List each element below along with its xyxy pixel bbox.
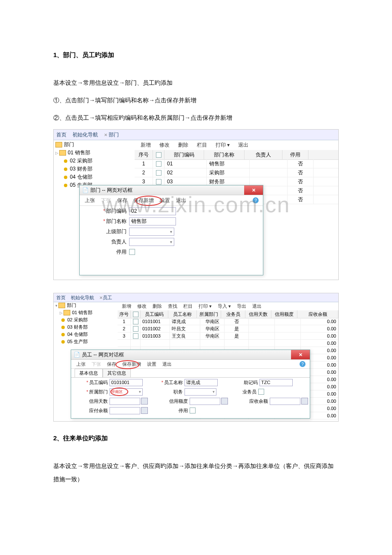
input-credit-days[interactable]: [110, 398, 140, 405]
tab-init-nav[interactable]: 初始化导航: [71, 295, 94, 301]
subtab-basic[interactable]: 基本信息: [75, 369, 103, 377]
tree-node-03[interactable]: 03 财务部: [54, 165, 135, 173]
btn-import[interactable]: 导入 ▾: [218, 303, 231, 309]
btn-columns[interactable]: 栏目: [183, 303, 193, 309]
btn-settings[interactable]: 设置: [147, 361, 156, 367]
checkbox-stop[interactable]: [129, 249, 135, 255]
tree-node-03[interactable]: 03 财务部: [54, 324, 118, 331]
btn-settings[interactable]: 设置: [160, 197, 170, 204]
input-credit-amount[interactable]: [190, 398, 220, 405]
close-icon[interactable]: ✕: [104, 133, 107, 137]
tab-init-nav[interactable]: 初始化导航: [72, 131, 98, 139]
input-emp-name[interactable]: [184, 379, 218, 386]
btn-save[interactable]: 保存: [107, 361, 116, 367]
subtab-other[interactable]: 其它信息: [103, 369, 131, 377]
calc-icon[interactable]: [301, 398, 308, 405]
tree-node-05[interactable]: 05 生产部: [54, 338, 118, 345]
btn-exit[interactable]: 退出: [252, 303, 262, 309]
tree-node-02[interactable]: 02 采购部: [54, 157, 135, 165]
toolbar: 新增 修改 删除 查找 栏目 打印 ▾ 导入 ▾ 导出 退出: [118, 302, 338, 311]
input-dept-name[interactable]: [129, 217, 176, 225]
input-emp-code[interactable]: [110, 379, 143, 386]
btn-exit[interactable]: 退出: [176, 197, 186, 204]
checkbox-icon[interactable]: [156, 152, 161, 158]
dialog-close-button[interactable]: ✕: [291, 350, 310, 359]
tab-employee[interactable]: ✕员工: [99, 295, 112, 301]
btn-save-new[interactable]: 保存新增: [133, 197, 154, 204]
btn-exit[interactable]: 退出: [162, 361, 172, 367]
lbl-dept: *所属部门: [80, 389, 108, 395]
btn-exit[interactable]: 退出: [238, 142, 248, 149]
col-credit-days: 信用天数: [245, 310, 271, 318]
btn-print[interactable]: 打印 ▾: [199, 303, 212, 309]
dot-icon: [64, 159, 67, 163]
grid-header: 序号 部门编码 部门名称 负责人 停用: [135, 150, 338, 160]
tree-node-02[interactable]: 02 采购部: [54, 316, 118, 324]
close-icon[interactable]: ✕: [99, 295, 103, 300]
col-seq: 序号: [118, 310, 131, 318]
table-row[interactable]: 10101001谭兆成华南区否0.00: [118, 318, 338, 325]
dot-icon: [61, 340, 65, 344]
tab-bar: 首页 初始化导航 ✕部门: [54, 130, 338, 140]
table-row[interactable]: 20101002叶昌文华南区是0.00: [118, 325, 338, 332]
input-payable[interactable]: [110, 407, 140, 414]
btn-delete[interactable]: 删除: [153, 303, 162, 309]
btn-edit[interactable]: 修改: [159, 142, 170, 149]
dot-icon: [61, 333, 65, 336]
tree-node-01[interactable]: ▷01 销售部: [54, 149, 135, 157]
tree-node-01[interactable]: ▷01 销售部: [54, 309, 118, 316]
lbl-credit-amount: 信用额度: [160, 398, 188, 405]
checkbox-salesman[interactable]: [258, 389, 264, 395]
checkbox-icon[interactable]: [133, 312, 138, 317]
table-row[interactable]: 202采购部否: [135, 168, 338, 177]
input-dept-code[interactable]: [129, 207, 176, 215]
dialog-title: 部门 -- 网页对话框: [90, 187, 133, 194]
tree-root[interactable]: ▾部门: [54, 302, 118, 309]
department-dialog: 📄 部门 -- 网页对话框 ✕ 上张 下张 保存 保存新增 设置 退出 ? *部…: [79, 185, 263, 275]
btn-find[interactable]: 查找: [168, 303, 177, 309]
col-seq: 序号: [135, 150, 153, 159]
btn-save[interactable]: 保存: [117, 197, 127, 204]
tree-node-04[interactable]: 04 仓储部: [54, 331, 118, 338]
tree-root[interactable]: 部门: [54, 141, 135, 149]
table-row[interactable]: 30101003王文良华南区是0.00: [118, 332, 338, 340]
btn-prev[interactable]: 上张: [76, 361, 86, 367]
tab-department[interactable]: ✕部门: [104, 131, 119, 139]
btn-delete[interactable]: 删除: [178, 142, 188, 149]
btn-export[interactable]: 导出: [237, 303, 246, 309]
btn-prev[interactable]: 上张: [85, 197, 95, 204]
lbl-stop: 停用: [92, 249, 127, 256]
dialog-subtabs: 基本信息 其它信息: [71, 369, 310, 378]
btn-print[interactable]: 打印 ▾: [216, 142, 230, 149]
calc-icon[interactable]: [221, 398, 228, 405]
table-row[interactable]: 0.00: [118, 340, 338, 347]
lbl-mnemonic: 助记码: [230, 379, 258, 386]
section-1-line-c: ②、点击员工→填写相应旳编码和名称及所属部门→点击保存并新增: [53, 111, 339, 124]
btn-columns[interactable]: 栏目: [197, 142, 207, 149]
dot-icon: [64, 168, 67, 171]
tab-home[interactable]: 首页: [56, 131, 66, 139]
btn-new[interactable]: 新增: [122, 303, 131, 309]
input-mnemonic[interactable]: [259, 379, 293, 386]
combo-parent-dept[interactable]: ▾: [129, 228, 174, 236]
combo-duty[interactable]: ▾: [184, 388, 216, 396]
btn-save-new[interactable]: 保存新增: [122, 361, 141, 367]
btn-new[interactable]: 新增: [141, 142, 151, 149]
dialog-close-button[interactable]: ✕: [244, 185, 263, 195]
calc-icon[interactable]: [141, 398, 148, 405]
help-icon[interactable]: ?: [300, 361, 306, 367]
tree-node-04[interactable]: 04 仓储部: [54, 173, 135, 181]
help-icon[interactable]: ?: [253, 197, 259, 203]
folder-icon: [58, 303, 65, 308]
tab-home[interactable]: 首页: [56, 295, 66, 301]
lbl-dept-code: *部门编码: [92, 208, 127, 215]
combo-dept[interactable]: 华南区▾: [110, 388, 143, 396]
calc-icon[interactable]: [141, 407, 148, 414]
table-row[interactable]: 101销售部否: [135, 159, 338, 168]
checkbox-stop[interactable]: [190, 408, 196, 413]
btn-edit[interactable]: 修改: [137, 303, 147, 309]
screenshot-employee: 首页 初始化导航 ✕员工 ▾部门 ▷01 销售部 02 采购部 03 财务部 0…: [53, 293, 339, 422]
input-receivable[interactable]: [270, 398, 300, 405]
combo-manager[interactable]: ▾: [129, 238, 174, 246]
col-check: [131, 310, 141, 318]
